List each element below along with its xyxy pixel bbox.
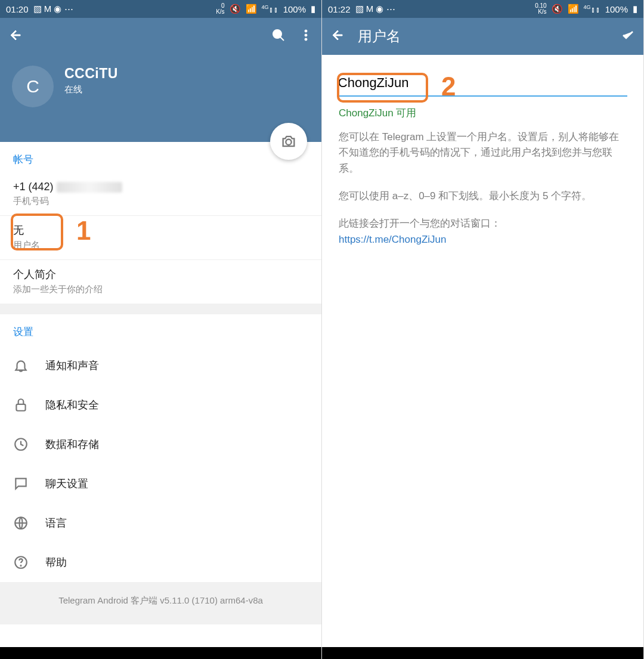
svg-point-10 xyxy=(20,565,21,566)
phone-value: +1 (442) xyxy=(13,181,308,193)
status-notif-icons: ▧ M ◉ ⋯ xyxy=(355,4,395,14)
svg-point-2 xyxy=(305,30,307,32)
settings-label: 帮助 xyxy=(45,555,67,570)
settings-label: 通知和声音 xyxy=(45,358,99,373)
bell-icon xyxy=(13,358,29,373)
help-text-3: 此链接会打开一个与您的对话窗口： https://t.me/ChongZiJun xyxy=(330,210,635,253)
status-signal-icon: 4G⫾⫾ xyxy=(262,4,278,14)
profile-link[interactable]: https://t.me/ChongZiJun xyxy=(339,234,446,245)
svg-point-4 xyxy=(305,38,307,41)
globe-icon xyxy=(13,515,29,531)
camera-button[interactable] xyxy=(270,123,307,160)
page-title: 用户名 xyxy=(358,27,401,46)
version-footer: Telegram Android 客户端 v5.11.0 (1710) arm6… xyxy=(0,582,321,624)
status-mute-icon: 🔇 xyxy=(552,4,563,14)
settings-label: 隐私和安全 xyxy=(45,398,99,412)
help-text-2: 您可以使用 a–z、0–9 和下划线。最小长度为 5 个字符。 xyxy=(330,182,635,210)
settings-privacy[interactable]: 隐私和安全 xyxy=(0,385,321,425)
svg-point-0 xyxy=(273,30,281,38)
svg-line-1 xyxy=(280,37,284,41)
avatar-initial: C xyxy=(26,76,39,97)
android-nav-bar xyxy=(322,647,643,659)
back-icon[interactable] xyxy=(8,28,23,45)
settings-language[interactable]: 语言 xyxy=(0,503,321,543)
phone-blurred xyxy=(57,182,122,193)
phone-label: 手机号码 xyxy=(13,196,308,207)
bio-title: 个人简介 xyxy=(13,267,308,281)
settings-screen: 01:20 ▧ M ◉ ⋯ 0 K/s 🔇 📶 4G⫾⫾ 100% ▮ C CC… xyxy=(0,0,322,659)
username-row[interactable]: 无 用户名 xyxy=(0,216,321,260)
section-settings-header: 设置 xyxy=(0,314,321,346)
section-divider xyxy=(0,304,321,314)
status-battery: 100% xyxy=(605,4,628,14)
status-wifi-icon: 📶 xyxy=(246,4,257,14)
profile-name: CCCiTU xyxy=(64,66,118,82)
status-rate: 0.10 K/s xyxy=(535,3,546,15)
confirm-icon[interactable] xyxy=(621,28,635,45)
battery-icon: ▮ xyxy=(633,4,637,14)
bio-sub: 添加一些关于你的介绍 xyxy=(13,284,308,295)
app-bar xyxy=(0,18,321,55)
status-time: 01:20 xyxy=(6,4,29,14)
status-rate: 0 K/s xyxy=(216,3,224,15)
username-available: ChongZiJun 可用 xyxy=(330,97,635,123)
status-time: 01:22 xyxy=(328,4,351,14)
help-text-1: 您可以在 Telegram 上设置一个用户名。设置后，别人将能够在不知道您的手机… xyxy=(330,123,635,182)
more-icon[interactable] xyxy=(299,28,313,45)
settings-label: 语言 xyxy=(45,516,67,530)
svg-rect-6 xyxy=(16,404,25,411)
help-icon xyxy=(13,555,29,570)
search-icon[interactable] xyxy=(271,28,286,45)
phone-prefix: +1 (442) xyxy=(13,181,57,193)
back-icon[interactable] xyxy=(330,28,345,45)
clock-icon xyxy=(13,437,29,452)
settings-notifications[interactable]: 通知和声音 xyxy=(0,346,321,385)
status-battery: 100% xyxy=(283,4,306,14)
camera-icon xyxy=(280,133,297,150)
help-link-intro: 此链接会打开一个与您的对话窗口： xyxy=(339,218,501,229)
app-bar: 用户名 xyxy=(322,18,643,55)
svg-point-5 xyxy=(286,140,291,145)
chat-icon xyxy=(13,476,29,491)
username-input[interactable] xyxy=(338,72,627,97)
status-wifi-icon: 📶 xyxy=(568,4,579,14)
settings-label: 聊天设置 xyxy=(45,477,88,491)
lock-icon xyxy=(13,397,29,413)
profile-status: 在线 xyxy=(64,84,118,95)
settings-label: 数据和存储 xyxy=(45,437,99,451)
settings-help[interactable]: 帮助 xyxy=(0,543,321,582)
avatar[interactable]: C xyxy=(12,66,54,107)
svg-point-3 xyxy=(305,34,307,36)
bio-row[interactable]: 个人简介 添加一些关于你的介绍 xyxy=(0,260,321,304)
status-mute-icon: 🔇 xyxy=(230,4,241,14)
username-value: 无 xyxy=(13,223,308,237)
status-signal-icon: 4G⫾⫾ xyxy=(584,4,600,14)
profile-header: C CCCiTU 在线 xyxy=(0,55,321,142)
settings-data[interactable]: 数据和存储 xyxy=(0,425,321,464)
status-notif-icons: ▧ M ◉ ⋯ xyxy=(33,4,73,14)
phone-row[interactable]: +1 (442) 手机号码 xyxy=(0,174,321,216)
battery-icon: ▮ xyxy=(311,4,315,14)
status-bar: 01:20 ▧ M ◉ ⋯ 0 K/s 🔇 📶 4G⫾⫾ 100% ▮ xyxy=(0,0,321,18)
settings-chat[interactable]: 聊天设置 xyxy=(0,464,321,503)
username-label: 用户名 xyxy=(13,240,308,251)
android-nav-bar xyxy=(0,647,321,659)
status-bar: 01:22 ▧ M ◉ ⋯ 0.10 K/s 🔇 📶 4G⫾⫾ 100% ▮ xyxy=(322,0,643,18)
username-edit-screen: 01:22 ▧ M ◉ ⋯ 0.10 K/s 🔇 📶 4G⫾⫾ 100% ▮ 用… xyxy=(322,0,644,659)
